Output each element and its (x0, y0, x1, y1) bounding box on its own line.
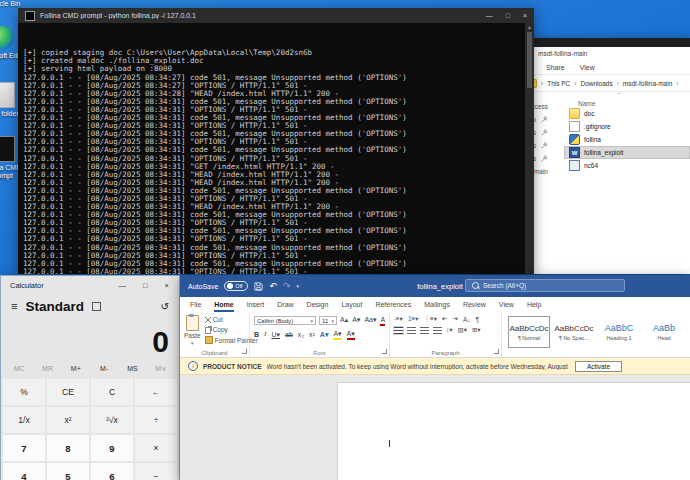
word-menu-tab[interactable]: Design (307, 297, 329, 312)
font-format-button[interactable]: A▾ (347, 329, 355, 340)
word-menu-tab[interactable]: Insert (247, 297, 265, 312)
dialog-launcher-icon[interactable] (242, 349, 247, 354)
calculator-key[interactable]: 6 (91, 463, 133, 480)
font-family-select[interactable]: Calibri (Body)▾ (254, 316, 316, 325)
style-card[interactable]: AaBb Head (643, 316, 685, 348)
word-menu-tab[interactable]: Home (214, 297, 233, 312)
menu-icon[interactable]: ≡ (11, 300, 17, 312)
word-titlebar[interactable]: AutoSave Off ↶ ↷ ▾ follina_exploit Searc… (180, 275, 690, 297)
paragraph-tool-button[interactable]: ⇥ (453, 315, 458, 323)
align-left-button[interactable] (394, 327, 403, 334)
word-menu-tab[interactable]: Help (527, 297, 541, 312)
calculator-key[interactable]: 7 (3, 435, 45, 461)
document-page[interactable] (337, 382, 690, 480)
file-row[interactable]: follina (564, 133, 690, 146)
calculator-key[interactable]: x² (47, 407, 89, 433)
paragraph-tool-button[interactable]: ∙≡▾ (394, 315, 403, 323)
calculator-key[interactable]: % (3, 379, 45, 405)
name-column-header[interactable]: Name (578, 100, 595, 107)
memory-button[interactable]: M∨ (147, 361, 175, 377)
document-area[interactable] (180, 375, 690, 480)
calculator-key[interactable]: C (91, 379, 133, 405)
paragraph-tool-button[interactable]: 1≡▾ (408, 315, 419, 323)
explorer-ribbon-tab[interactable]: Share (546, 64, 565, 71)
font-format-button[interactable]: A▾ (333, 329, 341, 340)
word-menu-tab[interactable]: Draw (277, 297, 293, 312)
word-menu-tab[interactable]: References (375, 297, 411, 312)
paragraph-format-button[interactable]: ↕▾ (446, 326, 453, 334)
font-tool-button[interactable]: Aa▾ (364, 315, 376, 326)
font-size-select[interactable]: 11▾ (319, 316, 337, 325)
file-list-header[interactable]: ˆ Name (564, 92, 690, 107)
paragraph-tool-button[interactable]: A↓ (463, 316, 471, 323)
chevron-down-icon[interactable]: ▾ (191, 340, 194, 346)
maximize-icon[interactable]: □ (506, 12, 510, 19)
style-card[interactable]: AaBbCcDc ¶ Normal (508, 316, 550, 348)
font-tool-button[interactable]: A▾ (352, 315, 360, 326)
calculator-key[interactable]: 1/x (3, 407, 45, 433)
file-row[interactable]: doc (564, 107, 690, 120)
undo-icon[interactable]: ↶ (269, 281, 277, 291)
align-right-button[interactable] (420, 327, 429, 334)
font-format-button[interactable]: I (264, 330, 266, 339)
memory-button[interactable]: MC (5, 361, 33, 377)
dialog-launcher-icon[interactable] (494, 349, 499, 354)
search-box[interactable]: Search (Alt+Q) (465, 279, 625, 292)
cmd-scrollbar-thumb[interactable] (527, 32, 532, 88)
activate-button[interactable]: Activate (575, 361, 622, 372)
font-format-button[interactable]: U▾ (271, 330, 280, 339)
save-icon[interactable] (254, 282, 263, 291)
paragraph-tool-button[interactable]: ⇤ (442, 315, 447, 323)
quick-access-dropdown-icon[interactable]: ▾ (296, 283, 299, 289)
word-menu-tab[interactable]: Layout (341, 297, 362, 312)
file-row[interactable]: W follina_exploit (564, 146, 690, 159)
calculator-key[interactable]: CE (47, 379, 89, 405)
cmd-scrollbar[interactable]: ▲ (525, 23, 534, 274)
font-tool-button[interactable]: A (380, 315, 385, 326)
memory-button[interactable]: M+ (62, 361, 90, 377)
memory-button[interactable]: MS (118, 361, 146, 377)
breadcrumb-item[interactable]: Downloads (580, 80, 612, 87)
breadcrumb-item[interactable]: This PC (547, 80, 570, 87)
close-icon[interactable]: × (165, 281, 169, 290)
calculator-key[interactable]: ← (135, 379, 177, 405)
font-format-button[interactable]: x₂ (298, 330, 304, 339)
font-format-button[interactable]: B (254, 330, 259, 339)
desktop-icon[interactable]: Recycle Bin (0, 0, 26, 8)
paragraph-format-button[interactable]: ▨▾ (458, 326, 467, 334)
align-center-button[interactable] (407, 327, 416, 334)
paragraph-tool-button[interactable]: ⋮≡▾ (424, 315, 438, 323)
file-row[interactable]: .gitignore (564, 120, 690, 133)
word-menu-tab[interactable]: View (499, 297, 514, 312)
cmd-titlebar[interactable]: Follina CMD prompt - python follina.py -… (18, 8, 534, 23)
align-justify-button[interactable] (433, 327, 442, 334)
paragraph-tool-button[interactable]: ¶ (476, 316, 480, 323)
paste-button[interactable]: Paste ▾ (184, 315, 201, 348)
memory-button[interactable]: M- (90, 361, 118, 377)
memory-button[interactable]: MR (33, 361, 61, 377)
breadcrumb-item[interactable]: msdt-follina-main (623, 80, 673, 87)
history-icon[interactable]: ↺ (161, 301, 169, 312)
calculator-key[interactable]: 5 (47, 463, 89, 480)
style-card[interactable]: AaBbC Heading 1 (598, 316, 640, 348)
calculator-key[interactable]: × (135, 435, 177, 461)
notice-message-link[interactable]: Word hasn't been activated. To keep usin… (267, 363, 570, 370)
paragraph-format-button[interactable]: ⊞▾ (472, 326, 481, 334)
font-format-button[interactable]: A▾ (320, 330, 329, 339)
close-icon[interactable]: × (523, 12, 527, 19)
minimize-icon[interactable]: — (119, 281, 127, 290)
calculator-key[interactable]: 9 (91, 435, 133, 461)
maximize-icon[interactable]: □ (143, 281, 148, 290)
word-menu-tab[interactable]: File (190, 297, 201, 312)
calculator-key[interactable]: 8 (47, 435, 89, 461)
word-menu-tab[interactable]: Mailings (424, 297, 450, 312)
autosave-toggle[interactable]: Off (224, 281, 248, 291)
font-tool-button[interactable]: A▴ (340, 315, 348, 326)
calculator-mode[interactable]: Standard (25, 299, 84, 314)
dialog-launcher-icon[interactable] (382, 349, 387, 354)
explorer-ribbon-tab[interactable]: View (580, 64, 595, 71)
calculator-key[interactable]: ²√x (91, 407, 133, 433)
word-menu-tab[interactable]: Review (463, 297, 486, 312)
font-format-button[interactable]: ab (285, 330, 293, 339)
calculator-key[interactable]: − (135, 463, 177, 480)
